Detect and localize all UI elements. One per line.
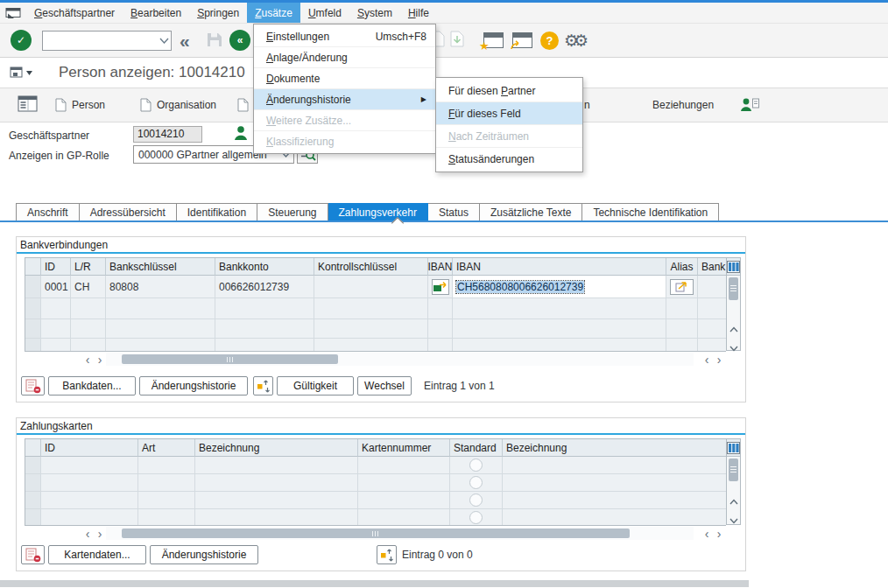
aenderungshistorie-button[interactable]: Änderungshistorie — [139, 376, 248, 396]
scrollbar-thumb[interactable] — [729, 277, 738, 300]
sort-entries-icon[interactable] — [253, 376, 273, 396]
alias-create-icon[interactable] — [670, 279, 694, 295]
standard-radio[interactable] — [469, 476, 483, 489]
submenu-item-fuer-dieses-feld[interactable]: Für dieses Feld — [436, 102, 582, 125]
submenu-item-statusaenderungen[interactable]: Statusänderungen — [436, 148, 582, 170]
enter-button[interactable]: ✓ — [11, 30, 32, 51]
tab-status[interactable]: Status — [428, 203, 480, 221]
scrollbar-thumb[interactable] — [122, 354, 338, 364]
column-header-lr[interactable]: L/R — [71, 258, 106, 276]
tab-technische-identifikation[interactable]: Technische Identifikation — [582, 203, 719, 221]
cards-table-row-empty[interactable] — [25, 492, 726, 509]
column-header-iban[interactable]: IBAN — [453, 258, 666, 276]
scrollbar-track[interactable] — [106, 353, 694, 366]
column-header-id[interactable]: ID — [41, 439, 138, 457]
wechsel-button[interactable]: Wechsel — [357, 376, 412, 396]
partner-relations-icon[interactable] — [740, 88, 759, 122]
delete-entry-icon[interactable] — [21, 545, 45, 564]
scroll-up-icon[interactable] — [729, 323, 738, 329]
back-button[interactable]: « — [229, 30, 250, 51]
column-header-id[interactable]: ID — [41, 258, 71, 276]
delete-entry-icon[interactable] — [21, 376, 45, 396]
column-header-alias[interactable]: Alias — [666, 258, 698, 276]
scroll-right-icon[interactable]: › — [94, 353, 106, 366]
gueltigkeit-button[interactable]: Gültigkeit — [277, 376, 354, 396]
column-header-art[interactable]: Art — [138, 439, 195, 457]
organisation-button[interactable]: Organisation — [140, 88, 216, 122]
tab-zusaetzliche-texte[interactable]: Zusätzliche Texte — [480, 203, 583, 221]
bankdaten-button[interactable]: Bankdaten... — [48, 376, 136, 396]
cards-table-row-empty[interactable] — [25, 457, 726, 474]
menu-bearbeiten[interactable]: Bearbeiten — [123, 3, 189, 23]
command-input[interactable] — [46, 33, 159, 47]
cell-id[interactable]: 0001 — [41, 276, 71, 298]
scroll-right-icon[interactable]: › — [94, 527, 106, 540]
column-header[interactable] — [25, 439, 41, 457]
cell-bankschluessel[interactable]: 80808 — [106, 276, 215, 298]
standard-radio[interactable] — [469, 494, 483, 507]
beziehungen-button[interactable]: Beziehungen — [652, 88, 714, 122]
column-header-kontrollschluessel[interactable]: Kontrollschlüssel — [314, 258, 428, 276]
scrollbar-thumb[interactable] — [122, 528, 630, 538]
row-selector-cell[interactable] — [25, 276, 41, 298]
person-button[interactable]: Person — [55, 88, 105, 122]
menu-item-anlage-aenderung[interactable]: Anlage/Änderung — [254, 47, 435, 68]
bank-table-row-empty[interactable] — [25, 339, 726, 351]
object-services-icon[interactable] — [7, 63, 37, 81]
column-header-bankschluessel[interactable]: Bankschlüssel — [106, 258, 215, 276]
hide-command-field-icon[interactable]: « — [180, 32, 190, 50]
scroll-left-icon[interactable]: ‹ — [701, 353, 713, 366]
scroll-down-icon[interactable] — [729, 342, 738, 348]
tab-zahlungsverkehr[interactable]: Zahlungsverkehr — [328, 203, 428, 221]
menu-springen[interactable]: Springen — [189, 3, 247, 23]
table-settings-icon[interactable] — [727, 439, 740, 457]
locator-toggle-icon[interactable] — [18, 95, 38, 115]
cards-table-row-empty[interactable] — [25, 509, 726, 525]
table-settings-icon[interactable] — [727, 258, 740, 276]
kartendaten-button[interactable]: Kartendaten... — [48, 545, 146, 564]
cards-table-row-empty[interactable] — [25, 474, 726, 492]
menu-system[interactable]: System — [349, 3, 400, 23]
menu-hilfe[interactable]: Hilfe — [400, 3, 437, 23]
cell-lr[interactable]: CH — [71, 276, 106, 298]
menu-geschaeftspartner[interactable]: Geschäftspartner — [26, 3, 123, 23]
scrollbar-thumb[interactable] — [729, 458, 738, 481]
help-icon[interactable]: ? — [540, 32, 559, 50]
column-header-bankkonto[interactable]: Bankkonto — [215, 258, 314, 276]
standard-radio[interactable] — [469, 458, 483, 472]
bank-table-row-1[interactable]: 0001 CH 80808 006626012739 CH — [25, 276, 726, 298]
scroll-right-icon[interactable]: › — [713, 353, 725, 366]
create-shortcut-icon[interactable] — [512, 32, 532, 48]
customize-layout-icon[interactable]: ⚙⚙ — [564, 31, 583, 51]
tab-anschrift[interactable]: Anschrift — [16, 203, 80, 221]
scroll-left-icon[interactable]: ‹ — [701, 527, 713, 540]
scroll-down-icon[interactable] — [729, 514, 738, 521]
bank-table-row-empty[interactable] — [25, 298, 726, 319]
scrollbar-track[interactable] — [106, 527, 694, 540]
menu-item-aenderungshistorie[interactable]: Änderungshistorie ▶ — [254, 89, 435, 110]
scroll-left-icon[interactable]: ‹ — [81, 527, 94, 540]
scroll-right-icon[interactable]: › — [713, 527, 725, 540]
command-dropdown-icon[interactable] — [159, 38, 169, 44]
aenderungshistorie-button[interactable]: Änderungshistorie — [150, 545, 258, 564]
cell-iban[interactable]: CH5680808006626012739 — [453, 276, 666, 298]
gui-session-icon[interactable] — [0, 3, 26, 23]
iban-display-icon[interactable] — [432, 279, 449, 295]
tab-steuerung[interactable]: Steuerung — [257, 203, 328, 221]
column-header-bezeichnung[interactable]: Bezeichnung — [195, 439, 358, 457]
gruppe-button-partial[interactable] — [237, 88, 249, 122]
menu-item-einstellungen[interactable]: Einstellungen Umsch+F8 — [254, 26, 435, 47]
bank-table-row-empty[interactable] — [25, 319, 726, 339]
column-header-kartennummer[interactable]: Kartennummer — [358, 439, 450, 457]
tab-identifikation[interactable]: Identifikation — [177, 203, 257, 221]
cell-bank[interactable] — [698, 276, 726, 298]
menu-zusaetze[interactable]: Zusätze — [247, 3, 300, 23]
column-header-iban-icon[interactable]: IBAN — [428, 258, 453, 276]
column-header-standard[interactable]: Standard — [450, 439, 503, 457]
scroll-up-icon[interactable] — [729, 495, 738, 501]
cell-kontrollschluessel[interactable] — [314, 276, 428, 298]
tab-adressuebersicht[interactable]: Adressübersicht — [80, 203, 177, 221]
standard-radio[interactable] — [469, 511, 483, 524]
gp-field-value[interactable]: 10014210 — [133, 126, 202, 143]
cell-bankkonto[interactable]: 006626012739 — [215, 276, 314, 298]
